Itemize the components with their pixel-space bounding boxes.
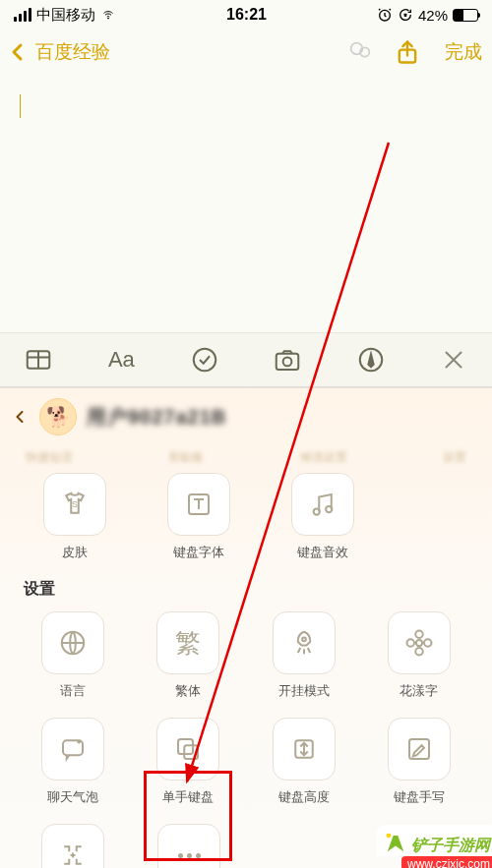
settings-row-1: 语言 繁 繁体 开挂模式 花漾字	[0, 606, 492, 712]
chat-bubble-button[interactable]: 聊天气泡	[20, 718, 126, 806]
close-keyboard-button[interactable]	[439, 345, 468, 375]
status-right: 42%	[377, 7, 478, 24]
status-bar: 中国移动 16:21 42%	[0, 0, 492, 29]
height-icon	[289, 734, 319, 764]
svg-rect-29	[185, 745, 199, 759]
user-avatar[interactable]: 🐕	[39, 398, 77, 435]
globe-icon	[58, 628, 88, 658]
svg-point-24	[406, 639, 414, 647]
battery-pct: 42%	[418, 7, 448, 24]
back-label[interactable]: 百度经验	[35, 39, 110, 65]
battery-icon	[453, 9, 478, 22]
lock-rotation-icon	[398, 7, 413, 23]
customize-row: S 皮肤 键盘字体 键盘音效	[0, 467, 492, 573]
settings-row-2: 聊天气泡 单手键盘 键盘高度 键盘手写	[0, 712, 492, 818]
language-button[interactable]: 语言	[20, 611, 126, 700]
clipped-labels-row: 快捷短语 剪贴板 候选设置 设置	[0, 449, 492, 467]
skin-button[interactable]: S 皮肤	[26, 473, 124, 561]
note-icon	[308, 490, 338, 519]
bubble-icon	[58, 734, 88, 764]
carrier-label: 中国移动	[36, 6, 95, 25]
flower-icon	[404, 628, 434, 658]
traditional-button[interactable]: 繁 繁体	[135, 611, 241, 700]
text-format-button[interactable]: Aa	[106, 345, 136, 375]
skin-label: 皮肤	[62, 544, 88, 561]
rocket-icon	[289, 628, 319, 658]
more-settings-button[interactable]: 更多设置	[136, 824, 242, 868]
settings-section-title: 设置	[0, 573, 492, 606]
handwrite-icon	[404, 734, 434, 764]
keyboard-sound-label: 键盘音效	[297, 544, 348, 561]
note-body[interactable]	[0, 75, 492, 332]
svg-point-20	[302, 637, 306, 641]
svg-point-11	[283, 358, 292, 367]
handwrite-button[interactable]: 键盘手写	[366, 718, 472, 806]
svg-point-0	[108, 18, 109, 19]
overlap-icon	[173, 734, 203, 764]
notes-toolbar: Aa	[0, 332, 492, 387]
collaborate-icon[interactable]	[346, 38, 374, 66]
status-left: 中国移动	[14, 6, 116, 25]
keyboard-font-button[interactable]: 键盘字体	[150, 473, 248, 561]
keyboard-height-button[interactable]: 键盘高度	[251, 718, 357, 806]
svg-point-21	[416, 640, 422, 646]
panel-header: 🐕 用户9027a21B	[0, 388, 492, 449]
power-mode-button[interactable]: 开挂模式	[251, 611, 357, 700]
table-icon[interactable]	[24, 345, 53, 375]
signal-icon	[14, 8, 31, 22]
status-time: 16:21	[226, 6, 267, 24]
text-icon	[184, 490, 214, 519]
alarm-icon	[377, 7, 393, 23]
back-chevron-icon[interactable]	[6, 40, 30, 64]
svg-rect-2	[404, 14, 407, 17]
text-cursor	[20, 94, 21, 118]
wifi-icon	[100, 9, 116, 21]
share-icon[interactable]	[394, 38, 421, 66]
svg-point-18	[326, 506, 332, 512]
panel-back-icon[interactable]	[10, 407, 30, 427]
nav-bar: 百度经验 完成	[0, 29, 492, 75]
more-icon	[178, 853, 201, 858]
keyboard-sound-button[interactable]: 键盘音效	[274, 473, 372, 561]
crop-icon	[58, 840, 88, 868]
checklist-icon[interactable]	[190, 345, 219, 375]
shirt-icon: S	[60, 490, 90, 519]
user-name: 用户9027a21B	[87, 404, 226, 431]
svg-point-22	[415, 631, 423, 639]
fan-icon: 繁	[175, 626, 201, 661]
svg-point-25	[424, 639, 432, 647]
custom-toolbar-button[interactable]: 定制工具栏	[20, 824, 126, 868]
fancy-text-button[interactable]: 花漾字	[366, 611, 472, 700]
svg-point-9	[194, 349, 216, 372]
one-hand-keyboard-button[interactable]: 单手键盘	[135, 718, 241, 806]
svg-point-27	[77, 740, 81, 744]
svg-point-17	[314, 508, 320, 514]
keyboard-font-label: 键盘字体	[173, 544, 224, 561]
svg-point-23	[415, 648, 423, 656]
draw-icon[interactable]	[356, 345, 386, 375]
keyboard-settings-panel: 🐕 用户9027a21B 快捷短语 剪贴板 候选设置 设置 S 皮肤 键盘字体 …	[0, 387, 492, 868]
done-button[interactable]: 完成	[445, 39, 482, 65]
svg-text:S: S	[72, 499, 78, 509]
settings-row-3: 定制工具栏 更多设置	[0, 818, 492, 868]
svg-rect-10	[277, 354, 299, 370]
camera-icon[interactable]	[273, 345, 302, 375]
